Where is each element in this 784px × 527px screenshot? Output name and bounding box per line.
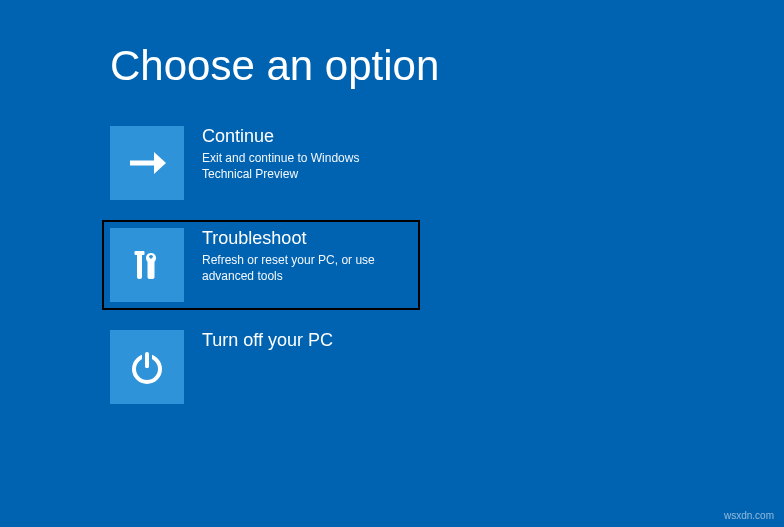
- option-description: Exit and continue to Windows Technical P…: [202, 150, 392, 182]
- watermark: wsxdn.com: [724, 510, 774, 521]
- option-text: Troubleshoot Refresh or reset your PC, o…: [184, 228, 392, 284]
- page-title: Choose an option: [110, 42, 784, 90]
- turnoff-icon-box: [110, 330, 184, 404]
- option-troubleshoot[interactable]: Troubleshoot Refresh or reset your PC, o…: [102, 220, 420, 310]
- option-title: Turn off your PC: [202, 330, 333, 351]
- troubleshoot-icon-box: [110, 228, 184, 302]
- power-icon: [125, 345, 169, 389]
- main-container: Choose an option Continue Exit and conti…: [0, 0, 784, 404]
- tools-icon: [125, 243, 169, 287]
- options-list: Continue Exit and continue to Windows Te…: [110, 126, 784, 404]
- svg-rect-0: [137, 253, 142, 279]
- svg-rect-5: [145, 352, 149, 368]
- arrow-right-icon: [124, 140, 170, 186]
- option-turnoff[interactable]: Turn off your PC: [110, 330, 784, 404]
- option-title: Continue: [202, 126, 392, 147]
- option-text: Turn off your PC: [184, 330, 333, 354]
- option-description: Refresh or reset your PC, or use advance…: [202, 252, 392, 284]
- continue-icon-box: [110, 126, 184, 200]
- option-title: Troubleshoot: [202, 228, 392, 249]
- svg-rect-1: [135, 251, 145, 255]
- option-continue[interactable]: Continue Exit and continue to Windows Te…: [110, 126, 784, 200]
- option-text: Continue Exit and continue to Windows Te…: [184, 126, 392, 182]
